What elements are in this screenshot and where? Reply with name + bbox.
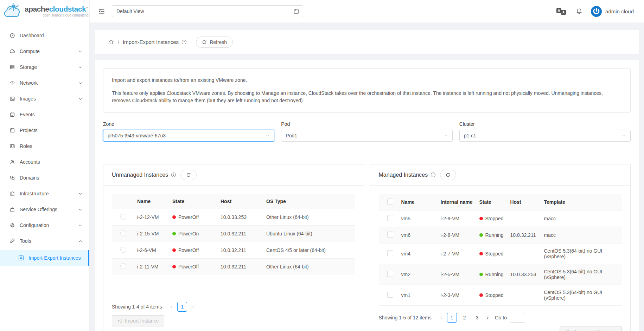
chevron-down-icon	[78, 192, 82, 196]
sidebar-item-tools[interactable]: Tools	[0, 234, 89, 248]
info-icon[interactable]	[431, 172, 436, 177]
table-row[interactable]: vm6 i-2-8-VM Running 10.0.32.211 macc	[379, 227, 622, 244]
home-icon[interactable]	[108, 39, 114, 45]
radio-button[interactable]	[120, 230, 126, 236]
chevron-down-icon	[444, 134, 448, 138]
sidebar-item-dashboard[interactable]: Dashboard	[0, 28, 89, 43]
page-number[interactable]: 3	[472, 313, 482, 323]
refresh-button[interactable]: Refresh	[196, 37, 233, 48]
cluster-select[interactable]: p1-c1	[459, 130, 631, 142]
svg-text:A: A	[557, 8, 560, 13]
sidebar-item-service-offerings[interactable]: Service Offerings	[0, 202, 89, 216]
table-row[interactable]: vm4 i-2-7-VM Stopped CentOS 5.3(64-bit) …	[379, 244, 622, 264]
table-row[interactable]: i-2-11-VM PowerOff 10.0.32.211 Other Lin…	[112, 259, 355, 275]
prev-page-icon[interactable]	[437, 313, 446, 323]
sidebar-item-network[interactable]: Network	[0, 76, 89, 90]
cluster-filter: Cluster p1-c1	[459, 121, 631, 142]
import-instance-button[interactable]: Import Instance	[112, 315, 164, 326]
next-page-icon[interactable]	[189, 302, 197, 312]
table-row[interactable]: vm5 i-2-9-VM Stopped macc	[379, 210, 622, 227]
status-dot	[479, 233, 483, 237]
unmanage-instance-label: Unmanage Instance	[573, 329, 617, 331]
sidebar-item-import-export-instances[interactable]: Import-Export Instances	[0, 250, 89, 266]
radio-button[interactable]	[120, 247, 126, 253]
goto-page-input[interactable]	[510, 313, 525, 323]
cluster-label: Cluster	[459, 121, 631, 127]
user-avatar[interactable]	[591, 6, 602, 17]
instance-host: 10.0.33.253	[508, 264, 541, 285]
status-dot	[479, 273, 483, 276]
select-all-checkbox[interactable]	[387, 199, 393, 205]
menu-fold-icon[interactable]	[98, 8, 105, 15]
sidebar-item-accounts[interactable]: Accounts	[0, 155, 89, 169]
status-dot	[172, 232, 176, 235]
page-number[interactable]: 2	[460, 313, 470, 323]
row-checkbox[interactable]	[387, 292, 393, 298]
topbar-right: A admin cloud	[556, 6, 634, 17]
instance-template: CentOS 5.3(64-bit) no GUI (vSphere)	[541, 264, 622, 285]
domains-icon	[9, 175, 15, 181]
network-icon	[9, 80, 15, 86]
row-checkbox[interactable]	[387, 271, 393, 277]
unmanaged-instances-panel: Unmanaged Instances Name State	[103, 164, 364, 331]
managed-refresh-button[interactable]	[440, 170, 456, 180]
sidebar-item-compute[interactable]: Compute	[0, 44, 89, 58]
pod-select[interactable]: Pod1	[281, 130, 452, 142]
info-icon[interactable]	[171, 172, 176, 177]
question-circle-icon[interactable]	[181, 39, 187, 45]
table-row[interactable]: vm2 i-2-5-VM Running 10.0.33.253 CentOS …	[379, 264, 622, 285]
view-select[interactable]: Default View	[112, 5, 303, 17]
unmanaged-refresh-button[interactable]	[180, 170, 197, 180]
instance-host: 10.0.32.211	[218, 259, 263, 275]
bell-icon[interactable]	[576, 8, 582, 15]
import-icon	[117, 318, 122, 323]
status-dot	[479, 293, 483, 297]
table-row[interactable]: i-2-12-VM PowerOff 10.0.33.253 Other Lin…	[112, 209, 355, 226]
sidebar-item-infrastructure[interactable]: Infrastructure	[0, 187, 89, 201]
sidebar-item-label: Tools	[20, 238, 31, 244]
instance-internal-name: i-2-8-VM	[438, 227, 477, 244]
view-select-value: Default View	[116, 8, 293, 14]
table-row[interactable]: vm1 i-2-3-VM Stopped CentOS 5.3(64-bit) …	[379, 285, 622, 306]
page-number[interactable]: 1	[447, 313, 457, 323]
table-row[interactable]: i-2-15-VM PowerOn 10.0.32.211 Ubuntu Lin…	[112, 226, 355, 242]
instance-name: i-2-12-VM	[134, 209, 170, 226]
instance-template: CentOS 5.3(64-bit) no GUI (vSphere)	[541, 285, 622, 306]
unmanaged-panel-header: Unmanaged Instances	[103, 164, 364, 186]
page-number[interactable]: 1	[177, 302, 187, 312]
images-icon	[9, 96, 15, 102]
instance-template: macc	[541, 227, 622, 244]
instance-os: Other Linux (64-bit)	[263, 259, 355, 275]
row-checkbox[interactable]	[387, 215, 393, 221]
feature-description: Import and export instances to/from an e…	[103, 68, 631, 113]
table-row[interactable]: i-2-6-VM PowerOff 10.0.32.211 CentOS 4/5…	[112, 242, 355, 259]
zone-select[interactable]: pr5075-t943-vmware-67u3	[103, 130, 274, 142]
sidebar-item-images[interactable]: Images	[0, 92, 89, 106]
logo-text: apachecloudstack™ open source cloud comp…	[25, 5, 89, 17]
cloudstack-logo-icon	[3, 3, 23, 19]
unmanage-instance-button[interactable]: Unmanage Instance	[560, 326, 622, 331]
sidebar-item-events[interactable]: Events	[0, 108, 89, 122]
translate-icon[interactable]: A	[556, 8, 566, 15]
row-checkbox[interactable]	[387, 232, 393, 238]
instance-os: CentOS 4/5 or later (64-bit)	[263, 242, 355, 259]
prev-page-icon[interactable]	[167, 302, 176, 312]
sidebar-item-label: Accounts	[20, 159, 40, 165]
logo-apache: apache	[25, 5, 49, 13]
user-name[interactable]: admin cloud	[605, 8, 634, 14]
sidebar-item-projects[interactable]: Projects	[0, 123, 89, 137]
pod-select-value: Pod1	[286, 133, 444, 138]
sidebar-item-configuration[interactable]: Configuration	[0, 218, 89, 232]
sidebar-item-label: Domains	[20, 175, 39, 181]
sidebar-item-storage[interactable]: Storage	[0, 60, 89, 74]
sidebar-item-domains[interactable]: Domains	[0, 171, 89, 185]
radio-button[interactable]	[120, 214, 126, 220]
radio-button[interactable]	[120, 263, 126, 269]
next-page-icon[interactable]	[484, 313, 492, 323]
sidebar-item-roles[interactable]: Roles	[0, 139, 89, 153]
status-dot	[479, 217, 483, 220]
managed-instances-panel: Managed Instances Name Internal na	[370, 164, 631, 331]
app-logo[interactable]: apachecloudstack™ open source cloud comp…	[0, 0, 89, 22]
status-dot	[479, 252, 483, 255]
row-checkbox[interactable]	[387, 250, 393, 256]
